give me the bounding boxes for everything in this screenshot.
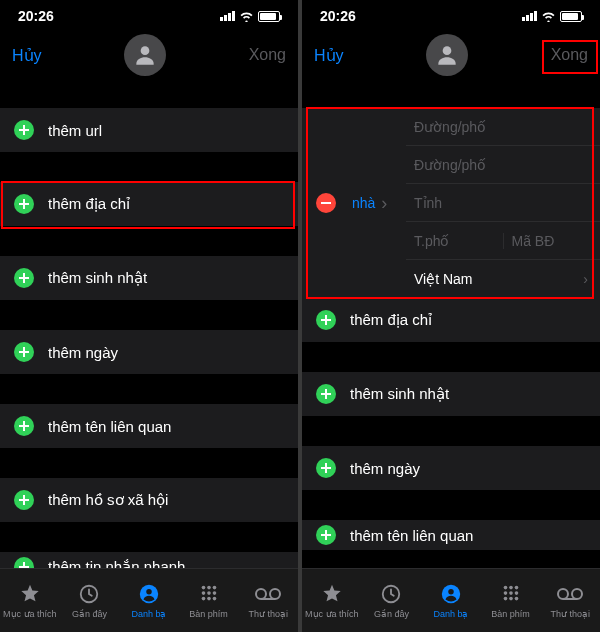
city-field[interactable]: T.phố (406, 233, 504, 249)
country-label: Việt Nam (414, 271, 473, 287)
add-date-row[interactable]: thêm ngày (0, 330, 298, 374)
clock-icon (78, 582, 100, 606)
add-icon (14, 490, 34, 510)
tab-contacts[interactable]: Danh bạ (421, 569, 481, 632)
add-related-name-row[interactable]: thêm tên liên quan (302, 520, 600, 550)
row-label: thêm tên liên quan (48, 418, 171, 435)
tab-label: Mục ưa thích (3, 609, 57, 619)
avatar-placeholder[interactable] (426, 34, 468, 76)
add-icon (316, 458, 336, 478)
address-type-label: nhà (352, 195, 375, 211)
row-label: thêm địa chỉ (48, 195, 130, 213)
tab-voicemail[interactable]: Thư thoại (238, 569, 298, 632)
row-label: thêm ngày (48, 344, 118, 361)
chevron-right-icon: › (381, 193, 387, 214)
chevron-right-icon: › (583, 271, 588, 287)
star-icon (321, 582, 343, 606)
signal-icon (522, 11, 537, 21)
add-icon (14, 342, 34, 362)
add-instant-message-row[interactable]: thêm tin nhắn nhanh (0, 552, 298, 568)
cancel-button[interactable]: Hủy (12, 46, 42, 65)
svg-point-13 (256, 589, 266, 599)
tab-recents[interactable]: Gần đây (60, 569, 120, 632)
tab-favorites[interactable]: Mục ưa thích (302, 569, 362, 632)
svg-point-22 (514, 586, 518, 590)
svg-point-4 (201, 586, 205, 590)
svg-point-0 (141, 46, 150, 55)
tab-recents[interactable]: Gần đây (362, 569, 422, 632)
wifi-icon (541, 11, 556, 22)
cancel-button[interactable]: Hủy (314, 46, 344, 65)
tab-label: Gần đây (72, 609, 107, 619)
add-date-row[interactable]: thêm ngày (302, 446, 600, 490)
svg-point-25 (514, 591, 518, 595)
country-field[interactable]: Việt Nam › (406, 260, 600, 298)
city-postal-row: T.phố Mã BĐ (406, 222, 600, 260)
nav-header: Hủy Xong (0, 32, 298, 78)
remove-icon[interactable] (316, 193, 336, 213)
tab-label: Thư thoại (248, 609, 288, 619)
content-area: nhà › Đường/phố Đường/phố Tỉnh T.phố Mã … (302, 78, 600, 568)
voicemail-icon (557, 582, 583, 606)
keypad-icon (198, 582, 220, 606)
svg-point-3 (146, 589, 152, 595)
done-button[interactable]: Xong (249, 46, 286, 64)
status-bar: 20:26 (302, 0, 600, 32)
add-url-row[interactable]: thêm url (0, 108, 298, 152)
svg-point-8 (207, 591, 211, 595)
svg-point-26 (503, 597, 507, 601)
star-icon (19, 582, 41, 606)
svg-point-9 (212, 591, 216, 595)
content-area: thêm url thêm địa chỉ thêm sinh nhật thê… (0, 78, 298, 568)
phone-left: 20:26 Hủy Xong thêm url thêm địa ch (0, 0, 298, 632)
row-label: thêm sinh nhật (350, 385, 449, 403)
street2-field[interactable]: Đường/phố (406, 146, 600, 184)
svg-point-7 (201, 591, 205, 595)
svg-point-6 (212, 586, 216, 590)
province-field[interactable]: Tỉnh (406, 184, 600, 222)
add-icon (316, 310, 336, 330)
svg-point-21 (509, 586, 513, 590)
tab-voicemail[interactable]: Thư thoại (540, 569, 600, 632)
add-birthday-row[interactable]: thêm sinh nhật (302, 372, 600, 416)
status-time: 20:26 (18, 8, 54, 24)
row-label: thêm sinh nhật (48, 269, 147, 287)
battery-icon (560, 11, 582, 22)
row-label: thêm địa chỉ (350, 311, 432, 329)
row-label: thêm ngày (350, 460, 420, 477)
svg-point-20 (503, 586, 507, 590)
svg-point-28 (514, 597, 518, 601)
street1-field[interactable]: Đường/phố (406, 108, 600, 146)
address-type-selector[interactable]: nhà › (302, 108, 406, 298)
add-related-name-row[interactable]: thêm tên liên quan (0, 404, 298, 448)
tab-label: Thư thoại (550, 609, 590, 619)
contact-icon (138, 582, 160, 606)
clock-icon (380, 582, 402, 606)
tab-favorites[interactable]: Mục ưa thích (0, 569, 60, 632)
battery-icon (258, 11, 280, 22)
keypad-icon (500, 582, 522, 606)
done-button[interactable]: Xong (551, 46, 588, 64)
svg-point-30 (572, 589, 582, 599)
add-social-profile-row[interactable]: thêm hồ sơ xã hội (0, 478, 298, 522)
svg-point-19 (448, 589, 454, 595)
postal-field[interactable]: Mã BĐ (504, 233, 601, 249)
svg-point-5 (207, 586, 211, 590)
avatar-placeholder[interactable] (124, 34, 166, 76)
wifi-icon (239, 11, 254, 22)
nav-header: Hủy Xong (302, 32, 600, 78)
contact-icon (440, 582, 462, 606)
row-label: thêm tin nhắn nhanh (48, 558, 185, 568)
tab-label: Gần đây (374, 609, 409, 619)
add-address-row[interactable]: thêm địa chỉ (0, 182, 298, 226)
svg-point-29 (558, 589, 568, 599)
add-address-row[interactable]: thêm địa chỉ (302, 298, 600, 342)
tab-bar: Mục ưa thích Gần đây Danh bạ Bàn phím Th… (0, 568, 298, 632)
add-birthday-row[interactable]: thêm sinh nhật (0, 256, 298, 300)
tab-contacts[interactable]: Danh bạ (119, 569, 179, 632)
svg-point-10 (201, 597, 205, 601)
phone-right: 20:26 Hủy Xong nhà › Đ (302, 0, 600, 632)
tab-keypad[interactable]: Bàn phím (179, 569, 239, 632)
status-bar: 20:26 (0, 0, 298, 32)
tab-keypad[interactable]: Bàn phím (481, 569, 541, 632)
